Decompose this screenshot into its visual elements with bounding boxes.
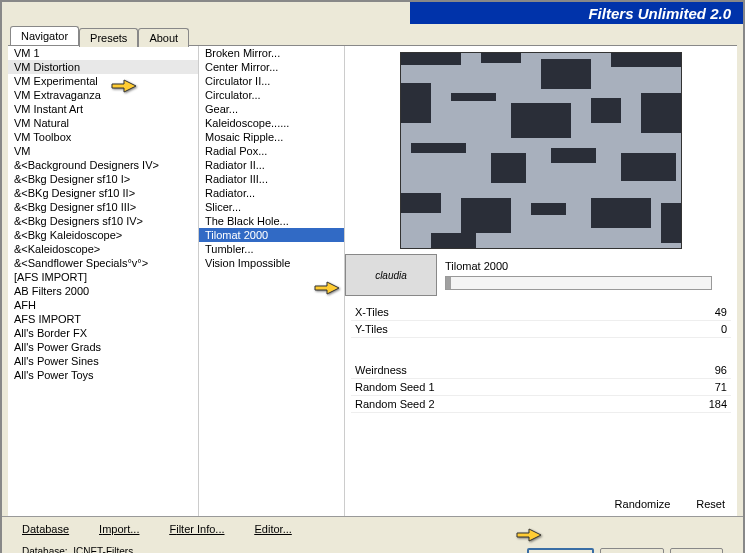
- filter-item[interactable]: Radiator III...: [199, 172, 344, 186]
- category-item[interactable]: AB Filters 2000: [8, 284, 198, 298]
- preview-panel: claudia Tilomat 2000 X-Tiles49Y-Tiles0We…: [345, 46, 737, 516]
- category-item[interactable]: &<Bkg Designer sf10 III>: [8, 200, 198, 214]
- signature-badge: claudia: [345, 254, 437, 296]
- status-db-value: ICNET-Filters: [73, 546, 133, 553]
- category-item[interactable]: All's Power Sines: [8, 354, 198, 368]
- category-item[interactable]: All's Border FX: [8, 326, 198, 340]
- category-list[interactable]: VM 1VM DistortionVM ExperimentalVM Extra…: [8, 46, 199, 516]
- filter-item[interactable]: The Black Hole...: [199, 214, 344, 228]
- category-item[interactable]: VM: [8, 144, 198, 158]
- filter-item[interactable]: Radial Pox...: [199, 144, 344, 158]
- param-label: Weirdness: [355, 364, 407, 376]
- category-item[interactable]: All's Power Grads: [8, 340, 198, 354]
- filter-item[interactable]: Center Mirror...: [199, 60, 344, 74]
- link-editor[interactable]: Editor...: [255, 523, 292, 535]
- link-filter-info[interactable]: Filter Info...: [169, 523, 224, 535]
- param-label: Y-Tiles: [355, 323, 388, 335]
- param-row[interactable]: Random Seed 171: [351, 379, 731, 396]
- param-row[interactable]: X-Tiles49: [351, 304, 731, 321]
- bottom-link-bar: Database Import... Filter Info... Editor…: [2, 516, 743, 541]
- param-value: 49: [715, 306, 727, 318]
- category-item[interactable]: &<Background Designers IV>: [8, 158, 198, 172]
- param-row[interactable]: Random Seed 2184: [351, 396, 731, 413]
- category-item[interactable]: VM Toolbox: [8, 130, 198, 144]
- category-item[interactable]: &<Bkg Designer sf10 I>: [8, 172, 198, 186]
- category-item[interactable]: AFS IMPORT: [8, 312, 198, 326]
- tab-presets[interactable]: Presets: [79, 28, 138, 47]
- parameter-sliders: X-Tiles49Y-Tiles0Weirdness96Random Seed …: [351, 304, 731, 413]
- category-item[interactable]: &<BKg Designer sf10 II>: [8, 186, 198, 200]
- filter-title: Tilomat 2000: [445, 260, 508, 272]
- status-db-label: Database:: [22, 546, 68, 553]
- category-item[interactable]: VM Distortion: [8, 60, 198, 74]
- category-item[interactable]: &<Kaleidoscope>: [8, 242, 198, 256]
- filter-item[interactable]: Mosaic Ripple...: [199, 130, 344, 144]
- category-item[interactable]: VM Instant Art: [8, 102, 198, 116]
- cancel-button[interactable]: Cancel: [600, 548, 664, 553]
- category-item[interactable]: &<Bkg Kaleidoscope>: [8, 228, 198, 242]
- param-value: 71: [715, 381, 727, 393]
- randomize-button[interactable]: Randomize: [615, 498, 671, 510]
- filter-item[interactable]: Radiator...: [199, 186, 344, 200]
- filter-item[interactable]: Broken Mirror...: [199, 46, 344, 60]
- param-row[interactable]: Weirdness96: [351, 362, 731, 379]
- status-bar: Database: ICNET-Filters Filters: 4595 Ap…: [2, 541, 743, 553]
- category-item[interactable]: AFH: [8, 298, 198, 312]
- progress-bar[interactable]: [445, 276, 712, 290]
- reset-button[interactable]: Reset: [696, 498, 725, 510]
- filter-item[interactable]: Slicer...: [199, 200, 344, 214]
- link-import[interactable]: Import...: [99, 523, 139, 535]
- filter-item[interactable]: Vision Impossible: [199, 256, 344, 270]
- tab-navigator[interactable]: Navigator: [10, 26, 79, 45]
- titlebar: Filters Unlimited 2.0: [2, 2, 743, 24]
- param-label: Random Seed 1: [355, 381, 435, 393]
- filter-item[interactable]: Kaleidoscope......: [199, 116, 344, 130]
- category-item[interactable]: &<Bkg Designers sf10 IV>: [8, 214, 198, 228]
- param-value: 184: [709, 398, 727, 410]
- filter-list[interactable]: Broken Mirror...Center Mirror...Circulat…: [199, 46, 345, 516]
- param-label: Random Seed 2: [355, 398, 435, 410]
- tab-about[interactable]: About: [138, 28, 189, 47]
- category-item[interactable]: [AFS IMPORT]: [8, 270, 198, 284]
- param-row[interactable]: Y-Tiles0: [351, 321, 731, 338]
- filter-item[interactable]: Radiator II...: [199, 158, 344, 172]
- category-item[interactable]: &<Sandflower Specials°v°>: [8, 256, 198, 270]
- filter-item[interactable]: Gear...: [199, 102, 344, 116]
- filter-item[interactable]: Tilomat 2000: [199, 228, 344, 242]
- tab-bar: Navigator Presets About: [10, 26, 743, 45]
- category-item[interactable]: All's Power Toys: [8, 368, 198, 382]
- app-title: Filters Unlimited 2.0: [588, 5, 731, 22]
- help-button[interactable]: Help: [670, 548, 723, 553]
- param-value: 0: [721, 323, 727, 335]
- filter-item[interactable]: Circulator II...: [199, 74, 344, 88]
- category-item[interactable]: VM Extravaganza: [8, 88, 198, 102]
- filter-item[interactable]: Circulator...: [199, 88, 344, 102]
- category-item[interactable]: VM Experimental: [8, 74, 198, 88]
- preview-image: [400, 52, 682, 249]
- param-value: 96: [715, 364, 727, 376]
- apply-button[interactable]: Apply: [527, 548, 595, 553]
- category-item[interactable]: VM Natural: [8, 116, 198, 130]
- link-database[interactable]: Database: [22, 523, 69, 535]
- param-label: X-Tiles: [355, 306, 389, 318]
- category-item[interactable]: VM 1: [8, 46, 198, 60]
- filter-item[interactable]: Tumbler...: [199, 242, 344, 256]
